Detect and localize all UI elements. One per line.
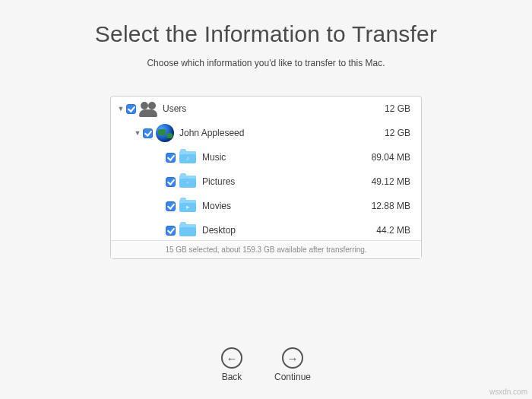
globe-icon — [156, 124, 174, 142]
tree-row-user[interactable]: ▼ John Appleseed 12 GB — [111, 121, 421, 145]
tree-size: 12 GB — [385, 103, 410, 114]
folder-desktop-icon — [179, 224, 196, 236]
tree-size: 12.88 MB — [372, 201, 410, 211]
tree-row-folder[interactable]: ♪ Music 89.04 MB — [111, 145, 421, 169]
tree-row-folder[interactable]: ▸ Movies 12.88 MB — [111, 194, 421, 218]
page-subtitle: Choose which information you'd like to t… — [0, 58, 532, 68]
chevron-down-icon[interactable]: ▼ — [134, 129, 141, 137]
checkbox-users[interactable] — [126, 104, 136, 114]
back-label: Back — [222, 372, 242, 382]
back-button[interactable]: ← Back — [221, 347, 242, 382]
checkbox-folder[interactable] — [166, 153, 176, 163]
tree-label: Movies — [199, 201, 372, 211]
tree-size: 49.12 MB — [372, 176, 410, 187]
watermark: wsxdn.com — [489, 388, 527, 396]
tree-size: 12 GB — [385, 128, 410, 138]
folder-movies-icon: ▸ — [179, 200, 196, 212]
arrow-left-icon: ← — [221, 347, 242, 369]
folder-music-icon: ♪ — [179, 151, 196, 163]
checkbox-folder[interactable] — [166, 177, 176, 187]
checkbox-folder[interactable] — [166, 201, 176, 211]
tree-label: John Appleseed — [176, 128, 385, 138]
tree-label: Users — [160, 103, 385, 114]
tree-row-folder[interactable]: ◦ Pictures 49.12 MB — [111, 169, 421, 194]
arrow-right-icon: → — [282, 347, 303, 369]
transfer-panel: ▼ Users 12 GB ▼ John Appleseed 12 GB ♪ M… — [110, 96, 422, 259]
continue-label: Continue — [274, 372, 311, 382]
continue-button[interactable]: → Continue — [274, 347, 311, 382]
tree-row-users[interactable]: ▼ Users 12 GB — [111, 97, 421, 121]
users-icon — [138, 100, 158, 117]
transfer-summary: 15 GB selected, about 159.3 GB available… — [111, 240, 421, 258]
nav-bar: ← Back → Continue — [0, 347, 532, 382]
chevron-down-icon[interactable]: ▼ — [117, 105, 125, 112]
page-title: Select the Information to Transfer — [0, 0, 532, 47]
tree-label: Music — [199, 152, 372, 163]
checkbox-user[interactable] — [143, 128, 153, 138]
tree-size: 44.2 MB — [376, 225, 410, 236]
checkbox-folder[interactable] — [166, 226, 176, 236]
tree-row-folder[interactable]: Desktop 44.2 MB — [111, 218, 421, 240]
tree-label: Pictures — [199, 176, 372, 187]
folder-pictures-icon: ◦ — [179, 176, 196, 188]
transfer-tree[interactable]: ▼ Users 12 GB ▼ John Appleseed 12 GB ♪ M… — [111, 97, 421, 240]
tree-label: Desktop — [199, 225, 376, 236]
tree-size: 89.04 MB — [372, 152, 410, 163]
